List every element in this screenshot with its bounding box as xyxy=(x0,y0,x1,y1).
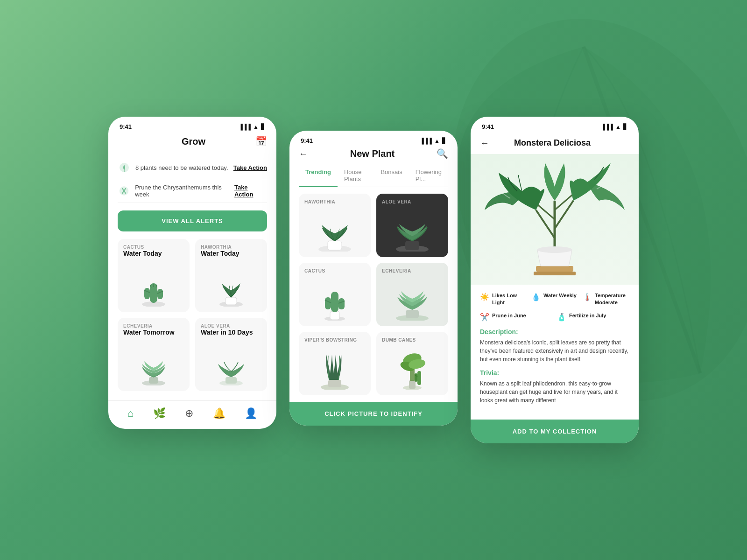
time-2: 9:41 xyxy=(301,137,313,144)
care-grid-bottom: ✂️ Prune in June 🧴 Fertilize in July xyxy=(480,312,629,322)
status-icons-2: ▐▐▐ ▲ ▋ xyxy=(420,138,446,144)
svg-rect-10 xyxy=(157,289,163,299)
list-card-aloe[interactable]: ALOE VERA xyxy=(376,194,448,257)
phone-new: 9:41 ▐▐▐ ▲ ▋ ← New Plant 🔍 Trending Hous… xyxy=(289,131,458,426)
list-viper-svg xyxy=(311,341,358,390)
time-3: 9:41 xyxy=(482,123,494,130)
care-fertilize-text: Fertilize in July xyxy=(569,312,606,319)
list-img-aloe xyxy=(382,207,443,252)
list-echeveria-svg xyxy=(389,272,436,321)
care-light-text: Likes Low Light xyxy=(492,292,527,306)
svg-rect-28 xyxy=(325,297,331,309)
list-img-haworthia xyxy=(304,207,365,252)
list-card-echeveria[interactable]: ECHEVERIA xyxy=(376,263,448,326)
svg-rect-22 xyxy=(328,241,342,250)
alert-row-water: 8 plants need to be watered today. Take … xyxy=(118,156,267,179)
nav-home[interactable]: ⌂ xyxy=(127,407,134,420)
care-prune-text: Prune in June xyxy=(492,312,526,319)
new-plant-header: ← New Plant 🔍 xyxy=(299,148,448,159)
list-card-haworthia[interactable]: HAWORTHIA xyxy=(299,194,371,257)
search-button[interactable]: 🔍 xyxy=(437,148,448,159)
aloe-svg xyxy=(212,343,250,385)
plant-card-cactus[interactable]: CACTUS Water Today xyxy=(118,239,190,312)
plant-name-cactus: Water Today xyxy=(123,250,184,257)
nav-profile[interactable]: 👤 xyxy=(245,407,257,420)
list-aloe-svg xyxy=(389,203,436,252)
back-button-3[interactable]: ← xyxy=(480,138,489,148)
alert-water-left: 8 plants need to be watered today. xyxy=(118,161,228,174)
plant-img-haworthia xyxy=(201,260,261,307)
tab-trending[interactable]: Trending xyxy=(299,165,338,187)
bottom-nav: ⌂ 🌿 ⊕ 🔔 👤 xyxy=(108,400,276,429)
add-collection-button[interactable]: ADD TO MY COLLECTION xyxy=(471,420,639,443)
nav-alerts[interactable]: 🔔 xyxy=(213,407,226,420)
description-text: Monstera deliciosa's iconic, split leave… xyxy=(480,338,629,364)
view-alerts-button[interactable]: VIEW ALL ALERTS xyxy=(118,210,267,231)
new-plant-screen: ← New Plant 🔍 Trending House Plants Bons… xyxy=(289,148,458,395)
prune-icon xyxy=(118,184,130,197)
svg-rect-16 xyxy=(226,297,237,305)
signal-icon-1: ▐▐▐ xyxy=(239,124,251,130)
detail-info: ☀️ Likes Low Light 💧 Water Weekly 🌡️ Tem… xyxy=(471,285,639,418)
svg-rect-33 xyxy=(406,310,419,318)
plant-tabs: Trending House Plants Bonsais Flowering … xyxy=(299,165,448,187)
care-prune: ✂️ Prune in June xyxy=(480,312,552,322)
back-button-2[interactable]: ← xyxy=(299,148,308,159)
fertilize-icon: 🧴 xyxy=(557,313,566,322)
take-action-prune[interactable]: Take Action xyxy=(234,184,267,198)
svg-rect-37 xyxy=(409,380,416,389)
wifi-icon-3: ▲ xyxy=(615,124,621,130)
prune-detail-icon: ✂️ xyxy=(480,313,489,322)
list-img-cactus xyxy=(304,276,365,321)
list-card-dumbcanes[interactable]: DUMB CANES xyxy=(376,332,448,395)
plant-name-haworthia: Water Today xyxy=(201,250,261,257)
wifi-icon-1: ▲ xyxy=(253,124,259,130)
svg-rect-46 xyxy=(534,272,576,275)
plant-card-echeveria[interactable]: ECHEVERIA Water Tomorrow xyxy=(118,318,190,391)
alert-water-text: 8 plants need to be watered today. xyxy=(135,164,228,171)
care-temp-text: Temperature Moderate xyxy=(595,292,629,306)
battery-icon-1: ▋ xyxy=(261,124,265,130)
grow-header: Grow 📅 xyxy=(118,134,267,149)
list-img-dumbcanes xyxy=(382,345,443,390)
calendar-icon: 📅 xyxy=(255,136,267,147)
signal-icon-2: ▐▐▐ xyxy=(420,138,432,144)
monstera-image xyxy=(471,154,639,285)
monstera-svg xyxy=(475,154,634,285)
grow-plant-grid: CACTUS Water Today xyxy=(118,239,267,391)
take-action-water[interactable]: Take Action xyxy=(233,164,267,171)
plant-img-cactus xyxy=(123,260,184,307)
alert-prune-left: Prune the Chrysanthemums this week xyxy=(118,184,234,198)
nav-add[interactable]: ⊕ xyxy=(185,407,193,420)
care-temp: 🌡️ Temperature Moderate xyxy=(583,292,629,306)
list-cactus-svg xyxy=(318,274,351,321)
list-label-cactus: CACTUS xyxy=(304,268,365,273)
list-label-dumbcanes: DUMB CANES xyxy=(382,337,443,343)
trivia-title: Trivia: xyxy=(480,369,629,377)
plant-img-echeveria xyxy=(123,339,184,385)
list-card-viper[interactable]: VIPER'S BOWSTRING xyxy=(299,332,371,395)
detail-header: ← Monstera Deliciosa xyxy=(471,134,639,154)
plant-label-aloe: ALOE VERA xyxy=(201,323,261,329)
tab-flowering[interactable]: Flowering Pl... xyxy=(409,165,448,187)
plant-name-aloe: Water in 10 Days xyxy=(201,329,261,336)
trivia-text: Known as a split leaf philodendron, this… xyxy=(480,379,629,405)
svg-rect-42 xyxy=(417,371,421,385)
svg-rect-24 xyxy=(405,241,419,250)
svg-rect-30 xyxy=(338,298,345,309)
plant-card-aloe[interactable]: ALOE VERA Water in 10 Days xyxy=(195,318,267,391)
tab-house[interactable]: House Plants xyxy=(338,165,374,187)
plant-name-echeveria: Water Tomorrow xyxy=(123,329,184,336)
description-title: Description: xyxy=(480,328,629,336)
echeveria-svg xyxy=(135,343,172,385)
tab-bonsais[interactable]: Bonsais xyxy=(374,165,409,187)
list-card-cactus[interactable]: CACTUS xyxy=(299,263,371,326)
plant-card-haworthia[interactable]: HAWORTHIA Water Today xyxy=(195,239,267,312)
identify-button[interactable]: CLICK PICTURE TO IDENTIFY xyxy=(289,402,458,426)
svg-rect-20 xyxy=(226,377,237,384)
signal-icon-3: ▐▐▐ xyxy=(601,124,613,130)
nav-plants[interactable]: 🌿 xyxy=(153,407,166,420)
status-icons-3: ▐▐▐ ▲ ▋ xyxy=(601,124,627,130)
list-dumbcanes-svg xyxy=(396,343,429,390)
plant-label-echeveria: ECHEVERIA xyxy=(123,323,184,329)
